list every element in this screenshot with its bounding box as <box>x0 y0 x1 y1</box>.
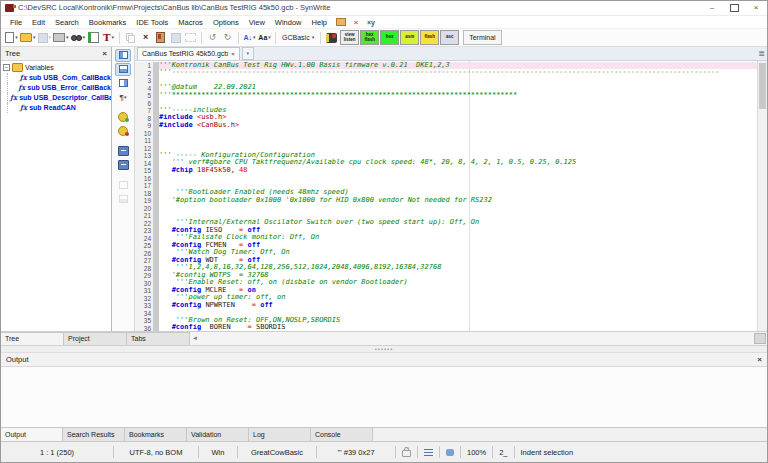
code-line[interactable]: 36 #config BOREN = SBORDIS <box>135 324 758 331</box>
tree-item[interactable]: ƒxsub USB_Com_CallBack <box>1 73 111 83</box>
encoding-status[interactable]: UTF-8, no BOM <box>114 448 198 457</box>
toggle-bottom-panel-button[interactable] <box>115 63 131 76</box>
selection-mode-status[interactable]: Indent selection <box>515 448 580 457</box>
scrollbar-track[interactable] <box>200 334 754 343</box>
new-file-button[interactable]: ▾ <box>4 31 19 44</box>
code-line[interactable]: 12 <box>135 144 758 152</box>
toggle-right-panel-button[interactable] <box>115 77 131 90</box>
build-asc-button[interactable]: asc <box>440 30 459 45</box>
code-line[interactable]: 2'''------------------------------------… <box>135 69 758 77</box>
save-button[interactable]: ▾ <box>37 31 53 44</box>
horizontal-scrollbar[interactable]: ◄ <box>190 332 767 345</box>
scroll-left-icon[interactable]: ◄ <box>190 335 200 341</box>
code-line[interactable]: 29 '#config WDTPS = 32768 <box>135 272 758 280</box>
open-file-button[interactable]: ▾ <box>19 31 37 44</box>
panel-tab-project[interactable]: Project <box>64 332 127 345</box>
tree-close-icon[interactable]: × <box>102 49 107 58</box>
code-line[interactable]: 31 #config MCLRE = on <box>135 287 758 295</box>
case-button[interactable]: Aa▾ <box>257 31 272 44</box>
disabled-tool-button[interactable] <box>115 179 131 192</box>
code-line[interactable]: 7'''-----includes <box>135 107 758 115</box>
code-line[interactable]: 6 <box>135 99 758 107</box>
editor-tab-active[interactable]: CanBus TestRIG 45k50.gcb × <box>137 47 240 60</box>
vertical-scrollbar[interactable] <box>757 61 767 331</box>
sort-button[interactable]: A↓▾ <box>242 31 257 44</box>
bottom-tab-log[interactable]: Log <box>249 428 311 442</box>
title-tool-button[interactable]: T▾ <box>101 31 116 44</box>
redo-button[interactable]: ↻ <box>220 31 235 44</box>
build-hex-flash-button[interactable]: hex flash <box>360 30 379 45</box>
undo-button[interactable]: ↺ <box>205 31 220 44</box>
bookmark-remove-button[interactable] <box>115 125 131 138</box>
build-hex-button[interactable]: hex <box>380 30 399 45</box>
bottom-tab-console[interactable]: Console <box>311 428 373 442</box>
build-asm-button[interactable]: asm <box>400 30 419 45</box>
toggle-left-panel-button[interactable] <box>115 49 131 62</box>
tree-item[interactable]: ƒxsub USB_Error_CallBack <box>1 83 111 93</box>
menu-edit[interactable]: Edit <box>27 16 50 28</box>
goto-next-button[interactable] <box>115 159 131 172</box>
programmer-button[interactable] <box>324 31 339 44</box>
code-line[interactable]: 16 <box>135 174 758 182</box>
code-line[interactable]: 34 <box>135 309 758 317</box>
mdi-close-icon[interactable]: × <box>350 17 362 27</box>
tab-size-status[interactable]: 2_ <box>493 448 513 457</box>
editor-body[interactable]: 1'''Kontronik CanBus Test Rig HWv.1.00 B… <box>135 61 767 331</box>
code-line[interactable]: 15 #chip 18F45k50, 48 <box>135 167 758 175</box>
terminal-button[interactable]: Terminal <box>463 30 501 45</box>
output-splitter[interactable]: •••••• <box>1 346 767 353</box>
tree-root-row[interactable]: − Variables <box>1 63 111 73</box>
code-line[interactable]: 8#include <usb.h> <box>135 114 758 122</box>
code-line[interactable]: 5'''************************************… <box>135 92 758 100</box>
build-view-listen-button[interactable]: view listen <box>340 30 359 45</box>
bookmark-add-button[interactable] <box>115 111 131 124</box>
readonly-toggle[interactable] <box>396 447 417 457</box>
code-line[interactable]: 20 <box>135 204 758 212</box>
goto-prev-button[interactable] <box>115 145 131 158</box>
scrollbar-thumb[interactable] <box>759 63 766 109</box>
menu-window[interactable]: Window <box>270 16 307 28</box>
menu-help[interactable]: Help <box>307 16 332 28</box>
menu-bookmarks[interactable]: Bookmarks <box>84 16 132 28</box>
output-close-icon[interactable]: × <box>757 355 762 364</box>
show-whitespace-button[interactable]: ¶▾ <box>115 91 131 104</box>
bottom-tab-output[interactable]: Output <box>1 428 63 442</box>
keyboard-layout-icon[interactable]: ×y <box>365 17 377 27</box>
minimap-toggle[interactable] <box>440 449 460 456</box>
caret-position[interactable]: 1 : 1 (250) <box>1 448 113 457</box>
code-line[interactable]: 24 '''Failsafe Clock monitor: Off, On <box>135 234 758 242</box>
code-line[interactable]: 28 '''1,2,4,8,16,32,64,128,256,512,1024,… <box>135 264 758 272</box>
tab-menu-button[interactable]: ▾ <box>242 47 254 60</box>
menu-ide-tools[interactable]: IDE Tools <box>131 16 173 28</box>
panel-tab-tree[interactable]: Tree <box>1 332 64 345</box>
lexer-status[interactable]: GreatCowBasic <box>238 448 316 457</box>
code-line[interactable]: 25 #config FCMEN = off <box>135 242 758 250</box>
tree-item[interactable]: ƒxsub ReadCAN <box>1 103 111 113</box>
code-line[interactable]: 27 #config WDT = off <box>135 257 758 265</box>
cut-button[interactable]: × <box>138 31 153 44</box>
bottom-tab-bookmarks[interactable]: Bookmarks <box>125 428 187 442</box>
line-ends-status[interactable]: Win <box>199 448 237 457</box>
code-line[interactable]: 32 '''power up timer: off, on <box>135 294 758 302</box>
tab-list-icon[interactable]: ≣ <box>758 49 765 58</box>
paste-button[interactable] <box>153 31 168 44</box>
paste-special-button[interactable] <box>168 31 183 44</box>
code-line[interactable]: 30 '''Enable Reset: off, on (disbale on … <box>135 279 758 287</box>
tab-close-icon[interactable]: × <box>231 51 235 57</box>
bottom-tab-validation[interactable]: Validation <box>187 428 249 442</box>
code-line[interactable]: 35 '''Brown on Reset: OFF,ON,NOSLP,SBORD… <box>135 317 758 325</box>
copy-button[interactable] <box>123 31 138 44</box>
zoom-status[interactable]: 100% <box>461 448 492 457</box>
collapse-icon[interactable]: − <box>3 64 10 71</box>
rect-select-button[interactable] <box>183 31 198 44</box>
menu-view[interactable]: View <box>244 16 270 28</box>
code-line[interactable]: 22 '''Internal/External Oscilator Switch… <box>135 219 758 227</box>
bottom-tab-search-results[interactable]: Search Results <box>63 428 125 442</box>
minimize-button[interactable]: – <box>701 1 723 14</box>
view-options-button[interactable] <box>86 31 101 44</box>
code-line[interactable]: 26 '''Watch Dog Timer: Off, On <box>135 249 758 257</box>
code-line[interactable]: 4'''@datum 22.09.2021 <box>135 84 758 92</box>
print-button[interactable]: ▾ <box>52 31 70 44</box>
code-line[interactable]: 19 '#option bootloader 0x1000 '0x1000 fo… <box>135 197 758 205</box>
disabled-tool-button-2[interactable] <box>115 193 131 206</box>
